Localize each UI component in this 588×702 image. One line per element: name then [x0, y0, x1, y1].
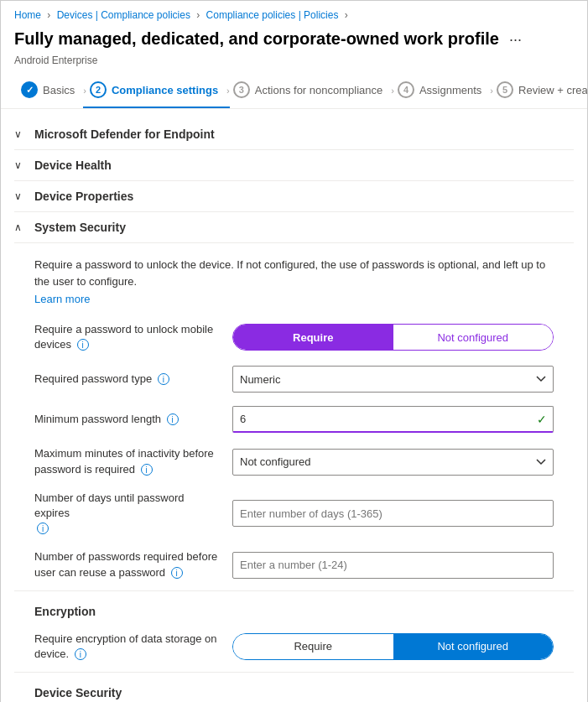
max-inactivity-info[interactable]: i [141, 464, 153, 476]
password-expiry-input[interactable] [232, 500, 554, 527]
chevron-microsoft-defender: ∨ [14, 128, 28, 140]
section-system-security-label: System Security [34, 221, 126, 234]
password-expiry-control [232, 500, 554, 527]
require-password-info[interactable]: i [77, 339, 89, 351]
breadcrumb-devices[interactable]: Devices | Compliance policies [57, 9, 190, 21]
wizard-tabs: ✓ Basics › 2 Compliance settings › 3 Act… [1, 73, 587, 109]
page-subtitle: Android Enterprise [1, 55, 587, 73]
password-type-info[interactable]: i [158, 373, 169, 385]
page-title: Fully managed, dedicated, and corporate-… [14, 28, 499, 49]
encryption-toggle[interactable]: Require Not configured [232, 633, 554, 660]
section-microsoft-defender-label: Microsoft Defender for Endpoint [34, 127, 215, 141]
min-password-label: Minimum password length i [34, 412, 219, 427]
learn-more-link[interactable]: Learn more [34, 293, 554, 305]
toggle-encryption-not-configured[interactable]: Not configured [393, 634, 554, 659]
page-container: Home › Devices | Compliance policies › C… [0, 0, 588, 702]
tab-assignments[interactable]: 4 Assignments [391, 73, 493, 108]
chevron-system-security: ∧ [14, 221, 28, 233]
tab-compliance-settings[interactable]: 2 Compliance settings [83, 73, 230, 108]
toggle-require[interactable]: Require [233, 325, 393, 350]
system-security-content: Require a password to unlock the device.… [14, 243, 574, 702]
encryption-control: Require Not configured [232, 633, 554, 660]
encryption-heading: Encryption [14, 595, 574, 625]
tab-assignments-label: Assignments [419, 84, 481, 96]
form-row-password-type: Required password type i Numeric [14, 359, 574, 399]
ellipsis-button[interactable]: ··· [506, 31, 525, 49]
toggle-not-configured-password[interactable]: Not configured [393, 325, 554, 350]
password-type-select[interactable]: Numeric [232, 366, 554, 393]
section-microsoft-defender[interactable]: ∨ Microsoft Defender for Endpoint [14, 119, 574, 150]
breadcrumb: Home › Devices | Compliance policies › C… [1, 1, 587, 24]
tab-noncompliance-circle: 3 [233, 81, 250, 98]
password-type-control: Numeric [232, 366, 554, 393]
tab-basics[interactable]: ✓ Basics [14, 73, 86, 108]
tab-review-circle: 5 [497, 81, 513, 98]
password-reuse-label: Number of passwords required before user… [34, 549, 219, 580]
max-inactivity-select[interactable]: Not configured [232, 449, 554, 476]
tab-basics-circle: ✓ [21, 81, 38, 98]
section-device-health[interactable]: ∨ Device Health [14, 150, 574, 181]
section-device-properties[interactable]: ∨ Device Properties [14, 181, 574, 212]
password-reuse-input[interactable] [232, 552, 554, 579]
toggle-encryption-require[interactable]: Require [233, 634, 393, 659]
min-password-input[interactable] [232, 406, 554, 433]
form-row-password-expiry: Number of days until password expires i [14, 484, 574, 543]
password-expiry-label: Number of days until password expires i [34, 491, 219, 537]
chevron-device-properties: ∨ [14, 190, 28, 202]
form-row-max-inactivity: Maximum minutes of inactivity before pas… [14, 439, 574, 483]
tab-compliance-circle: 2 [90, 81, 107, 98]
form-row-require-password: Require a password to unlock mobile devi… [14, 315, 574, 359]
check-icon: ✓ [537, 413, 547, 426]
tab-basics-label: Basics [43, 84, 75, 96]
min-password-control: ✓ [232, 406, 554, 433]
system-security-description: Require a password to unlock the device.… [34, 257, 554, 289]
chevron-device-health: ∨ [14, 159, 28, 171]
form-row-password-reuse: Number of passwords required before user… [14, 543, 574, 586]
password-expiry-info[interactable]: i [37, 523, 49, 534]
require-password-label: Require a password to unlock mobile devi… [34, 322, 219, 352]
min-password-input-wrap: ✓ [232, 406, 554, 433]
password-reuse-control [232, 552, 554, 579]
breadcrumb-policies[interactable]: Compliance policies | Policies [206, 9, 339, 21]
require-password-control: Require Not configured [232, 324, 554, 351]
min-password-info[interactable]: i [167, 413, 179, 425]
breadcrumb-sep1: › [47, 9, 50, 21]
content-area: ∨ Microsoft Defender for Endpoint ∨ Devi… [1, 109, 587, 702]
device-security-heading: Device Security [14, 676, 574, 702]
tab-compliance-label: Compliance settings [112, 84, 218, 96]
breadcrumb-sep2: › [196, 9, 200, 21]
encryption-label: Require encryption of data storage on de… [34, 632, 219, 662]
tab-noncompliance-label: Actions for noncompliance [255, 84, 382, 96]
tab-noncompliance[interactable]: 3 Actions for noncompliance [226, 73, 394, 108]
page-title-area: Fully managed, dedicated, and corporate-… [1, 24, 587, 55]
form-row-encryption: Require encryption of data storage on de… [14, 625, 574, 668]
tab-assignments-circle: 4 [398, 81, 414, 98]
password-reuse-info[interactable]: i [171, 567, 183, 579]
password-type-label: Required password type i [34, 372, 219, 387]
section-device-properties-label: Device Properties [34, 190, 133, 203]
form-row-min-password: Minimum password length i ✓ [14, 399, 574, 439]
max-inactivity-label: Maximum minutes of inactivity before pas… [34, 446, 219, 476]
section-device-health-label: Device Health [34, 159, 112, 172]
max-inactivity-control: Not configured [232, 449, 554, 476]
tab-review-create[interactable]: 5 Review + create [490, 73, 587, 108]
breadcrumb-sep3: › [345, 9, 348, 21]
require-password-toggle[interactable]: Require Not configured [232, 324, 554, 351]
encryption-info[interactable]: i [75, 648, 86, 660]
breadcrumb-home[interactable]: Home [14, 9, 41, 21]
tab-review-label: Review + create [518, 84, 587, 96]
section-system-security[interactable]: ∧ System Security [14, 212, 574, 243]
